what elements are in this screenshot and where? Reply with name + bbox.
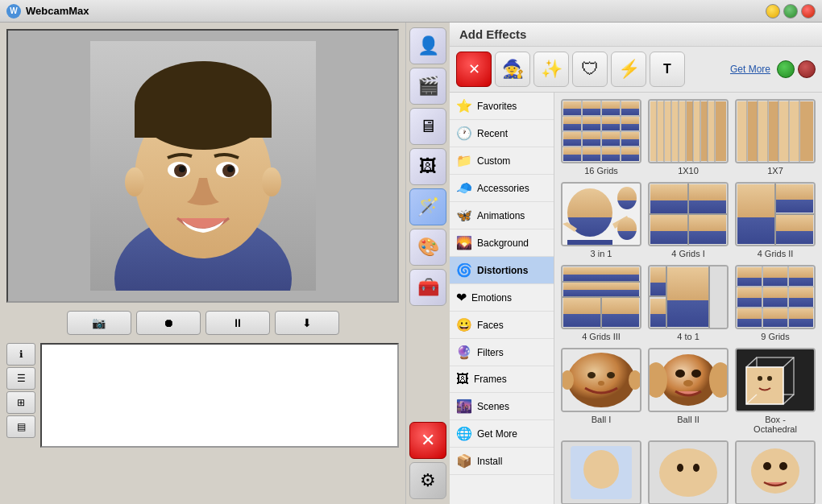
text-button[interactable]: T: [650, 52, 685, 87]
label-4to1: 4 to 1: [677, 332, 700, 341]
favorites-icon: ⭐: [456, 98, 472, 114]
effect-4gridsii[interactable]: 4 Grids II: [735, 182, 816, 258]
download-button[interactable]: ⬇: [275, 311, 339, 335]
custom-icon: 📁: [456, 153, 472, 168]
faces-label: Faces: [477, 320, 504, 331]
category-frames[interactable]: 🖼 Frames: [450, 366, 554, 393]
text-area[interactable]: [40, 343, 399, 448]
svg-rect-52: [701, 101, 708, 161]
effect-thumb-4gridsiii[interactable]: [561, 265, 641, 329]
svg-point-11: [227, 166, 234, 172]
left-panel: 📷 ⏺ ⏸ ⬇ ℹ ☰ ⊞ ▤: [0, 23, 405, 504]
effect-thumb-4to1[interactable]: [648, 265, 729, 329]
svg-rect-113: [763, 287, 787, 307]
effect-thumb-box[interactable]: [735, 348, 816, 412]
pause-button[interactable]: ⏸: [206, 311, 270, 335]
effect-16grids[interactable]: 16 Grids: [561, 99, 641, 176]
category-background[interactable]: 🌄 Background: [450, 229, 554, 257]
sidebar-icon-profile[interactable]: 👤: [409, 27, 446, 64]
effect-thumb-9grids[interactable]: [735, 265, 816, 329]
svg-point-130: [691, 370, 701, 378]
sidebar-icon-settings[interactable]: ⚙: [409, 462, 446, 499]
category-custom[interactable]: 📁 Custom: [450, 147, 554, 175]
category-faces[interactable]: 😀 Faces: [450, 312, 554, 339]
effect-9grids[interactable]: 9 Grids: [735, 265, 816, 341]
effect-4gridsi[interactable]: 4 Grids I: [648, 182, 729, 258]
svg-rect-70: [800, 101, 813, 161]
film-button[interactable]: ▤: [6, 415, 35, 438]
svg-rect-21: [563, 101, 581, 115]
effect-thumb-more3[interactable]: [735, 440, 816, 504]
effect-balli[interactable]: Ball I: [561, 348, 641, 434]
category-favorites[interactable]: ⭐ Favorites: [450, 93, 554, 120]
effect-thumb-4gridsi[interactable]: [648, 182, 729, 246]
effect-more1[interactable]: [561, 440, 641, 504]
app-title: WebcamMax: [26, 5, 761, 17]
webcam-preview: [6, 29, 399, 303]
category-get-more[interactable]: 🌐 Get More: [450, 420, 554, 448]
effect-thumb-1x7[interactable]: [735, 99, 816, 163]
svg-rect-92: [602, 298, 639, 327]
effect-thumb-ballii[interactable]: [648, 348, 729, 412]
camera-button[interactable]: 📷: [67, 311, 131, 335]
svg-rect-34: [583, 147, 600, 161]
category-filters[interactable]: 🔮 Filters: [450, 339, 554, 366]
sidebar-icon-tools[interactable]: 🧰: [409, 269, 446, 306]
magic-button[interactable]: ✨: [533, 52, 569, 87]
maximize-button[interactable]: [783, 4, 798, 19]
effect-4to1[interactable]: 4 to 1: [648, 265, 729, 341]
category-emotions[interactable]: ❤ Emotions: [450, 284, 554, 312]
sidebar-icons: 👤 🎬 🖥 🖼 🪄 🎨 🧰 ✕ ⚙: [405, 23, 450, 504]
effect-thumb-more2[interactable]: [648, 440, 729, 504]
get-more-link[interactable]: Get More: [730, 64, 770, 75]
effect-thumb-more1[interactable]: [561, 440, 641, 504]
wizard-button[interactable]: 🧙: [495, 52, 530, 87]
effect-1x7[interactable]: 1X7: [735, 99, 816, 176]
list-button[interactable]: ☰: [6, 367, 35, 390]
shield-button[interactable]: 🛡: [572, 52, 608, 87]
info-button[interactable]: ℹ: [6, 343, 35, 366]
frames-label: Frames: [474, 374, 507, 385]
lightning-button[interactable]: ⚡: [611, 52, 646, 87]
minimize-button[interactable]: [766, 4, 780, 19]
sidebar-icon-brushes[interactable]: 🎨: [409, 229, 446, 266]
background-label: Background: [477, 238, 529, 249]
sidebar-icon-display[interactable]: 🖥: [409, 108, 446, 145]
close-effect-button[interactable]: ✕: [456, 52, 492, 87]
effect-thumb-4gridsii[interactable]: [735, 182, 816, 246]
effect-more2[interactable]: [648, 440, 729, 504]
effect-ballii[interactable]: Ball II: [648, 348, 729, 434]
sidebar-icon-close[interactable]: ✕: [409, 422, 446, 459]
sidebar-icon-effects[interactable]: 🪄: [409, 188, 446, 225]
label-4gridsi: 4 Grids I: [671, 249, 705, 258]
category-animations[interactable]: 🦋 Animations: [450, 202, 554, 229]
category-recent[interactable]: 🕐 Recent: [450, 120, 554, 147]
effect-4gridsiii[interactable]: 4 Grids III: [561, 265, 641, 341]
sidebar-icon-preview[interactable]: 🖼: [409, 148, 446, 185]
close-button[interactable]: [801, 4, 816, 19]
svg-rect-36: [621, 147, 639, 161]
effect-thumb-3in1[interactable]: [561, 182, 641, 246]
grid-button[interactable]: ⊞: [6, 391, 35, 414]
category-accessories[interactable]: 🧢 Accessories: [450, 175, 554, 202]
category-scenes[interactable]: 🌆 Scenes: [450, 393, 554, 420]
effect-thumb-1x10[interactable]: [648, 99, 729, 163]
sidebar-icon-video[interactable]: 🎬: [409, 68, 446, 105]
effect-box[interactable]: Box -Octahedral: [735, 348, 816, 434]
category-distortions[interactable]: 🌀 Distortions: [450, 257, 554, 284]
effect-thumb-balli[interactable]: [561, 348, 641, 412]
svg-rect-27: [602, 117, 620, 130]
effect-1x10[interactable]: 1X10: [648, 99, 729, 176]
svg-point-131: [683, 380, 693, 386]
category-install[interactable]: 📦 Install: [450, 448, 554, 475]
emotions-icon: ❤: [456, 290, 467, 305]
scenes-label: Scenes: [477, 401, 509, 412]
filters-label: Filters: [477, 347, 504, 358]
svg-rect-31: [602, 132, 620, 146]
record-button[interactable]: ⏺: [136, 311, 201, 335]
svg-point-151: [763, 462, 771, 470]
effect-3in1[interactable]: 3 in 1: [561, 182, 641, 258]
effect-more3[interactable]: [735, 440, 816, 504]
effect-thumb-16grids[interactable]: [561, 99, 641, 163]
green-orb-icon: [777, 60, 795, 78]
